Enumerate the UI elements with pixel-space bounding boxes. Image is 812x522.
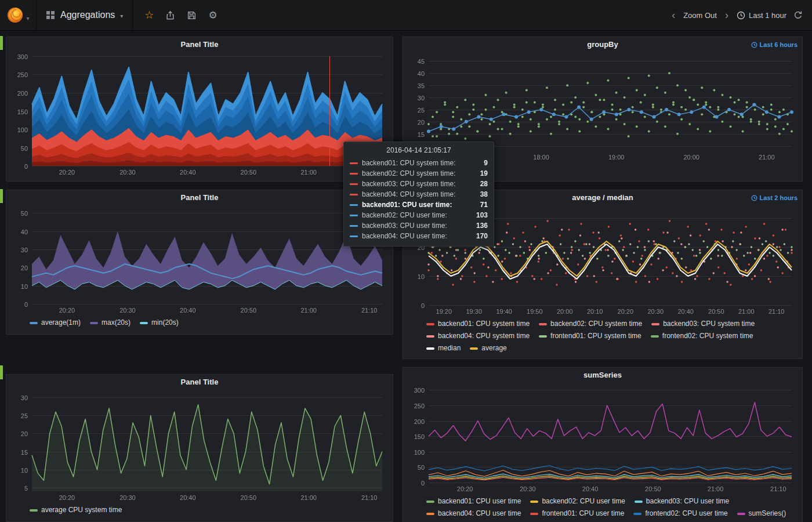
- legend-item[interactable]: median: [426, 343, 461, 354]
- legend-item[interactable]: backend03: CPU user time: [635, 496, 729, 507]
- star-icon[interactable]: ☆: [144, 10, 154, 20]
- time-override-badge: Last 6 hours: [751, 37, 798, 52]
- legend-swatch-icon: [30, 509, 38, 512]
- tooltip-series-value: 38: [480, 189, 488, 200]
- tooltip-series-value: 71: [480, 200, 488, 210]
- grafana-logo[interactable]: ▾: [0, 0, 37, 30]
- dashboards-grid-icon: [46, 10, 55, 20]
- tooltip-series-label: backend04: CPU user time:: [362, 231, 472, 241]
- panel-sumseries: sumSeries backend01: CPU user timebacken…: [403, 367, 803, 522]
- legend-swatch-icon: [737, 513, 745, 515]
- chevron-left-icon[interactable]: ‹: [670, 10, 676, 20]
- legend-label: frontend02: CPU user time: [645, 508, 727, 519]
- time-range-picker[interactable]: Last 1 hour: [737, 11, 786, 20]
- tooltip-row: backend01: CPU system time:9: [350, 158, 488, 168]
- row-collapse-handle[interactable]: [0, 189, 3, 203]
- legend-label: backend04: CPU user time: [438, 508, 521, 519]
- legend-item[interactable]: average(1m): [30, 317, 81, 328]
- refresh-icon[interactable]: [793, 10, 803, 20]
- save-icon[interactable]: [187, 10, 197, 20]
- tooltip-series-label: backend01: CPU system time:: [362, 158, 480, 168]
- dashboard-title: Aggregations: [60, 10, 115, 20]
- sumseries-chart[interactable]: [408, 383, 798, 494]
- legend-swatch-icon: [90, 322, 98, 324]
- tooltip-series-label: backend03: CPU user time:: [362, 220, 472, 231]
- tooltip-series-value: 28: [480, 179, 488, 189]
- series-color-dash-icon: [350, 215, 358, 216]
- series-color-dash-icon: [350, 183, 358, 185]
- legend-item[interactable]: backend03: CPU system time: [651, 318, 755, 329]
- dashboard-picker[interactable]: Aggregations ▾: [37, 0, 133, 30]
- chart-legend: backend01: CPU user timebackend02: CPU u…: [403, 494, 802, 522]
- avg-max-min-chart[interactable]: [11, 205, 388, 316]
- legend-item[interactable]: max(20s): [90, 317, 130, 328]
- legend-item[interactable]: backend01: CPU system time: [426, 318, 530, 329]
- clock-icon: [751, 42, 757, 48]
- panel-title[interactable]: sumSeries: [403, 368, 802, 383]
- legend-swatch-icon: [140, 322, 148, 324]
- legend-item[interactable]: sumSeries(): [737, 508, 786, 519]
- legend-item[interactable]: backend04: CPU user time: [426, 508, 521, 519]
- tooltip-series-value: 136: [476, 220, 488, 231]
- legend-label: frontend01: CPU user time: [542, 508, 624, 519]
- average-cpu-chart[interactable]: [11, 390, 388, 503]
- legend-swatch-icon: [530, 501, 538, 503]
- legend-item[interactable]: backend02: CPU user time: [530, 496, 625, 507]
- legend-swatch-icon: [470, 347, 478, 350]
- legend-item[interactable]: average CPU system time: [30, 505, 122, 516]
- legend-item[interactable]: backend01: CPU user time: [426, 496, 521, 507]
- series-color-dash-icon: [350, 225, 358, 227]
- legend-item[interactable]: frontend02: CPU system time: [651, 331, 753, 342]
- tooltip-series-value: 170: [476, 231, 488, 241]
- legend-label: sumSeries(): [749, 508, 786, 519]
- tooltip-row: backend02: CPU system time:19: [350, 168, 488, 179]
- share-icon[interactable]: [165, 10, 175, 20]
- tooltip-row: backend01: CPU user time:71: [350, 200, 488, 210]
- legend-item[interactable]: min(20s): [140, 317, 179, 328]
- legend-label: backend03: CPU user time: [646, 496, 729, 507]
- legend-item[interactable]: frontend02: CPU user time: [633, 508, 727, 519]
- legend-label: backend03: CPU system time: [663, 318, 755, 329]
- legend-swatch-icon: [30, 322, 38, 324]
- legend-swatch-icon: [539, 335, 547, 338]
- legend-swatch-icon: [651, 335, 659, 338]
- legend-swatch-icon: [539, 323, 547, 325]
- panel-title[interactable]: Panel Title: [6, 375, 393, 390]
- legend-label: average(1m): [41, 317, 81, 328]
- legend-swatch-icon: [635, 501, 643, 503]
- chart-legend: average CPU system time: [6, 503, 393, 519]
- legend-label: backend01: CPU user time: [438, 496, 521, 507]
- panel-title[interactable]: groupBy Last 6 hours: [403, 37, 802, 52]
- series-color-dash-icon: [350, 162, 358, 164]
- panel-title[interactable]: Panel Title: [6, 190, 393, 205]
- legend-item[interactable]: frontend01: CPU system time: [539, 331, 641, 342]
- legend-item[interactable]: backend04: CPU system time: [426, 331, 530, 342]
- legend-item[interactable]: average: [470, 343, 506, 354]
- legend-label: min(20s): [151, 317, 179, 328]
- legend-swatch-icon: [426, 335, 434, 338]
- legend-swatch-icon: [651, 323, 659, 325]
- legend-label: average CPU system time: [41, 505, 122, 516]
- legend-label: backend01: CPU system time: [438, 318, 530, 329]
- clock-icon: [737, 11, 745, 20]
- row-collapse-handle[interactable]: [0, 365, 3, 379]
- tooltip-series-label: backend02: CPU system time:: [362, 168, 476, 179]
- legend-label: frontend02: CPU system time: [662, 331, 753, 342]
- time-override-badge: Last 2 hours: [751, 190, 798, 205]
- tooltip-series-label: backend02: CPU user time:: [362, 210, 472, 220]
- panel-title[interactable]: Panel Title: [6, 37, 393, 52]
- legend-item[interactable]: frontend01: CPU user time: [530, 508, 624, 519]
- tooltip-timestamp: 2016-04-14 21:05:17: [350, 146, 488, 158]
- gear-icon[interactable]: ⚙: [208, 10, 217, 20]
- legend-swatch-icon: [426, 513, 434, 515]
- row-collapse-handle[interactable]: [0, 36, 3, 50]
- time-range-label: Last 1 hour: [749, 11, 786, 20]
- stacked-area-chart[interactable]: [11, 52, 388, 177]
- series-color-dash-icon: [350, 173, 358, 175]
- chevron-right-icon[interactable]: ›: [724, 10, 730, 20]
- legend-label: frontend01: CPU system time: [550, 331, 641, 342]
- legend-item[interactable]: backend02: CPU system time: [539, 318, 642, 329]
- zoom-out-button[interactable]: Zoom Out: [683, 11, 717, 20]
- legend-swatch-icon: [633, 513, 641, 515]
- clock-icon: [751, 195, 757, 201]
